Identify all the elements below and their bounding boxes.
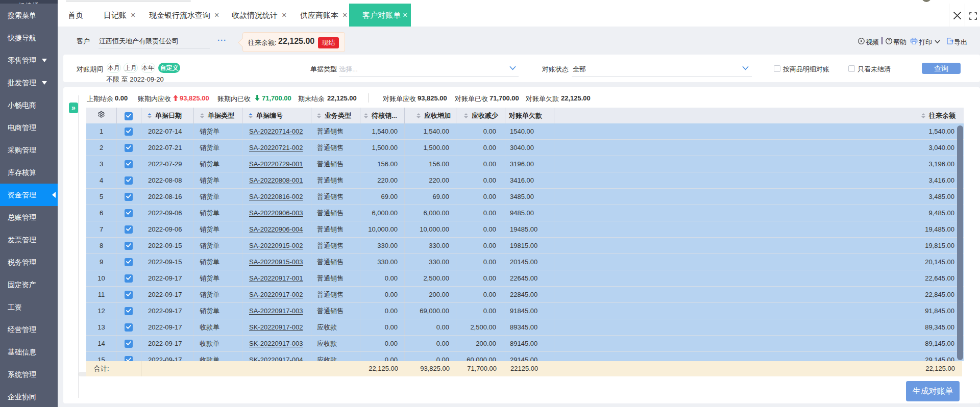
svg-text:?: ? xyxy=(888,38,890,43)
